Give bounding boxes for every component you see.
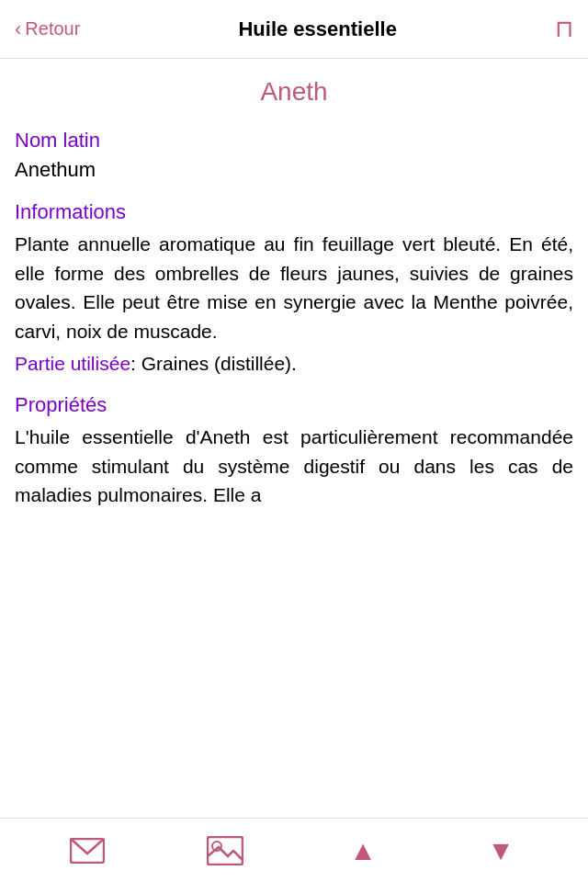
scroll-down-button[interactable]: ▼: [473, 828, 528, 874]
plant-name: Aneth: [15, 77, 573, 107]
back-label: Retour: [25, 18, 80, 40]
nom-latin-section: Nom latin Anethum: [15, 129, 573, 182]
informations-label: Informations: [15, 200, 573, 224]
navigation-bar: ‹ Retour Huile essentielle ⊓: [0, 0, 588, 59]
picture-button[interactable]: [198, 828, 253, 874]
proprietes-body: L'huile essentielle d'Aneth est particul…: [15, 423, 573, 510]
back-button[interactable]: ‹ Retour: [15, 17, 80, 41]
picture-icon: [207, 836, 243, 865]
down-arrow-icon: ▼: [487, 835, 514, 866]
page-title: Huile essentielle: [238, 17, 396, 41]
up-arrow-icon: ▲: [349, 835, 377, 866]
bottom-toolbar: ▲ ▼: [0, 818, 588, 882]
email-icon: [70, 838, 105, 864]
partie-utilisee-value: : Graines (distillée).: [130, 353, 297, 374]
partie-utilisee-label: Partie utilisée: [15, 353, 130, 374]
scroll-up-button[interactable]: ▲: [335, 828, 390, 874]
nom-latin-label: Nom latin: [15, 129, 573, 153]
proprietes-section: Propriétés L'huile essentielle d'Aneth e…: [15, 393, 573, 510]
email-button[interactable]: [60, 828, 115, 874]
partie-utilisee-line: Partie utilisée: Graines (distillée).: [15, 353, 573, 375]
informations-body: Plante annuelle aromatique au fin feuill…: [15, 230, 573, 345]
book-icon[interactable]: ⊓: [555, 15, 573, 43]
main-content: Aneth Nom latin Anethum Informations Pla…: [0, 59, 588, 818]
chevron-left-icon: ‹: [15, 17, 21, 41]
informations-section: Informations Plante annuelle aromatique …: [15, 200, 573, 375]
nom-latin-value: Anethum: [15, 158, 573, 182]
proprietes-label: Propriétés: [15, 393, 573, 417]
